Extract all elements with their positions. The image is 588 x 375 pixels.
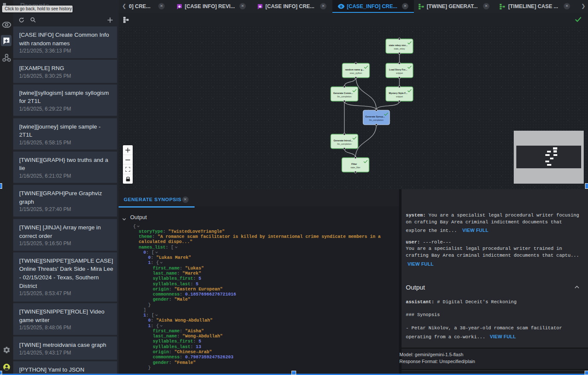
- svg-text:state_rekey: state_rekey: [394, 47, 405, 50]
- svg-text:Generate Introd...: Generate Introd...: [334, 139, 353, 142]
- svg-text:Filter: Filter: [351, 163, 357, 165]
- svg-text:state rekey stor...: state rekey stor...: [389, 44, 408, 47]
- svg-text:Mystery Style F...: Mystery Style F...: [389, 92, 408, 94]
- svg-text:snippet: snippet: [396, 95, 403, 98]
- svg-text:Load Story For...: Load Story For...: [389, 68, 408, 71]
- svg-text:random name g...: random name g...: [345, 68, 364, 71]
- svg-text:snippet: snippet: [396, 72, 403, 74]
- svg-text:llm_completion: llm_completion: [369, 119, 384, 121]
- svg-text:exec_python: exec_python: [350, 72, 362, 74]
- svg-text:llm_completion: llm_completion: [337, 95, 352, 98]
- svg-text:Generate Comm...: Generate Comm...: [333, 92, 353, 94]
- svg-text:state_filter: state_filter: [350, 166, 360, 169]
- svg-text:llm_completion: llm_completion: [337, 143, 352, 145]
- svg-text:Generate Synop...: Generate Synop...: [365, 115, 385, 118]
